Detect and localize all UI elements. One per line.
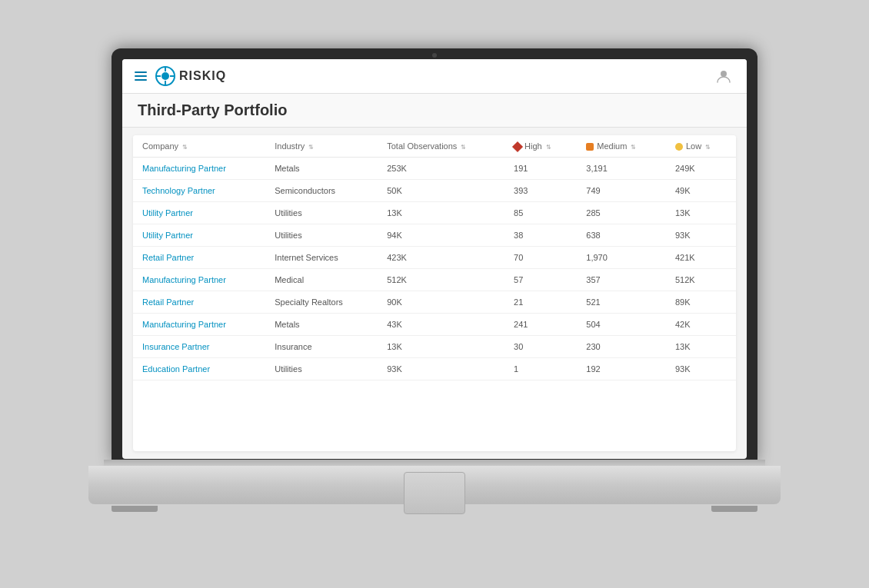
page-title-bar: Third-Party Portfolio — [122, 94, 747, 128]
table-row: Manufacturing Partner Medical 512K 57 35… — [133, 268, 736, 291]
cell-medium: 192 — [577, 357, 666, 380]
cell-medium: 638 — [577, 224, 666, 246]
cell-high: 191 — [504, 157, 577, 179]
cell-low: 89K — [666, 291, 736, 313]
cell-low: 13K — [666, 335, 736, 357]
cell-industry: Medical — [265, 268, 378, 291]
cell-total-obs: 512K — [378, 268, 504, 291]
svg-point-6 — [721, 71, 727, 77]
cell-industry: Insurance — [265, 335, 378, 357]
cell-company[interactable]: Education Partner — [133, 357, 265, 380]
cell-total-obs: 253K — [378, 157, 504, 179]
laptop-frame: RISKIQ Third-Party Portfolio — [88, 48, 781, 540]
hamburger-menu-icon[interactable] — [135, 71, 147, 81]
riskiq-logo-icon — [155, 65, 176, 87]
page-title: Third-Party Portfolio — [138, 101, 731, 119]
table-header-row: Company ⇅ Industry ⇅ Total Observations … — [133, 135, 736, 158]
cell-total-obs: 423K — [378, 246, 504, 268]
cell-high: 241 — [504, 313, 577, 335]
company-link[interactable]: Manufacturing Partner — [142, 275, 226, 284]
cell-company[interactable]: Technology Partner — [133, 179, 265, 201]
laptop-camera — [432, 53, 437, 58]
company-link[interactable]: Utility Partner — [142, 231, 193, 240]
cell-high: 38 — [504, 224, 577, 246]
user-account-icon[interactable] — [713, 65, 734, 87]
cell-industry: Semiconductors — [265, 179, 378, 201]
cell-high: 85 — [504, 201, 577, 224]
cell-medium: 357 — [577, 268, 666, 291]
table-row: Utility Partner Utilities 13K 85 285 13K — [133, 201, 736, 224]
cell-low: 93K — [666, 357, 736, 380]
company-link[interactable]: Education Partner — [142, 364, 210, 374]
cell-total-obs: 13K — [378, 201, 504, 224]
cell-company[interactable]: Insurance Partner — [133, 335, 265, 357]
svg-point-1 — [161, 72, 169, 80]
cell-low: 49K — [666, 179, 736, 201]
laptop-touchpad[interactable] — [404, 472, 465, 514]
laptop-foot-right — [711, 506, 757, 512]
company-link[interactable]: Utility Partner — [142, 208, 193, 218]
col-header-total-obs[interactable]: Total Observations ⇅ — [378, 135, 504, 158]
company-link[interactable]: Technology Partner — [142, 186, 215, 195]
cell-high: 393 — [504, 179, 577, 201]
table-row: Education Partner Utilities 93K 1 192 93… — [133, 357, 736, 380]
company-link[interactable]: Manufacturing Partner — [142, 320, 226, 329]
cell-industry: Metals — [265, 313, 378, 335]
app-header-left: RISKIQ — [135, 65, 226, 87]
cell-company[interactable]: Retail Partner — [133, 291, 265, 313]
table-row: Insurance Partner Insurance 13K 30 230 1… — [133, 335, 736, 357]
cell-total-obs: 43K — [378, 313, 504, 335]
logo-text: RISKIQ — [179, 69, 226, 83]
cell-total-obs: 90K — [378, 291, 504, 313]
portfolio-table: Company ⇅ Industry ⇅ Total Observations … — [133, 135, 736, 380]
laptop-base — [88, 460, 781, 540]
col-header-industry[interactable]: Industry ⇅ — [265, 135, 378, 158]
company-link[interactable]: Retail Partner — [142, 297, 194, 307]
cell-medium: 3,191 — [577, 157, 666, 179]
logo-container: RISKIQ — [155, 65, 226, 87]
table-row: Manufacturing Partner Metals 43K 241 504… — [133, 313, 736, 335]
cell-total-obs: 93K — [378, 357, 504, 380]
col-header-company[interactable]: Company ⇅ — [133, 135, 265, 158]
cell-low: 512K — [666, 268, 736, 291]
cell-company[interactable]: Retail Partner — [133, 246, 265, 268]
company-link[interactable]: Retail Partner — [142, 253, 194, 262]
cell-company[interactable]: Manufacturing Partner — [133, 157, 265, 179]
cell-industry: Metals — [265, 157, 378, 179]
laptop-screen-outer: RISKIQ Third-Party Portfolio — [112, 48, 757, 463]
cell-medium: 521 — [577, 291, 666, 313]
col-header-high[interactable]: High ⇅ — [504, 135, 577, 158]
company-link[interactable]: Manufacturing Partner — [142, 164, 226, 173]
table-row: Retail Partner Specialty Realtors 90K 21… — [133, 291, 736, 313]
cell-company[interactable]: Manufacturing Partner — [133, 313, 265, 335]
cell-industry: Utilities — [265, 224, 378, 246]
company-link[interactable]: Insurance Partner — [142, 342, 209, 351]
cell-high: 1 — [504, 357, 577, 380]
cell-company[interactable]: Manufacturing Partner — [133, 268, 265, 291]
cell-medium: 749 — [577, 179, 666, 201]
cell-total-obs: 13K — [378, 335, 504, 357]
cell-total-obs: 94K — [378, 224, 504, 246]
table-row: Utility Partner Utilities 94K 38 638 93K — [133, 224, 736, 246]
data-table-container: Company ⇅ Industry ⇅ Total Observations … — [133, 135, 736, 451]
app-header: RISKIQ — [122, 59, 747, 94]
cell-industry: Utilities — [265, 357, 378, 380]
laptop-hinge — [104, 460, 765, 466]
cell-company[interactable]: Utility Partner — [133, 224, 265, 246]
col-header-low[interactable]: Low ⇅ — [666, 135, 736, 158]
cell-low: 421K — [666, 246, 736, 268]
laptop-bottom — [88, 466, 781, 504]
table-row: Retail Partner Internet Services 423K 70… — [133, 246, 736, 268]
cell-medium: 230 — [577, 335, 666, 357]
cell-high: 70 — [504, 246, 577, 268]
cell-high: 30 — [504, 335, 577, 357]
cell-total-obs: 50K — [378, 179, 504, 201]
cell-company[interactable]: Utility Partner — [133, 201, 265, 224]
cell-medium: 1,970 — [577, 246, 666, 268]
col-header-medium[interactable]: Medium ⇅ — [577, 135, 666, 158]
cell-medium: 504 — [577, 313, 666, 335]
table-row: Technology Partner Semiconductors 50K 39… — [133, 179, 736, 201]
cell-medium: 285 — [577, 201, 666, 224]
cell-high: 21 — [504, 291, 577, 313]
cell-low: 42K — [666, 313, 736, 335]
